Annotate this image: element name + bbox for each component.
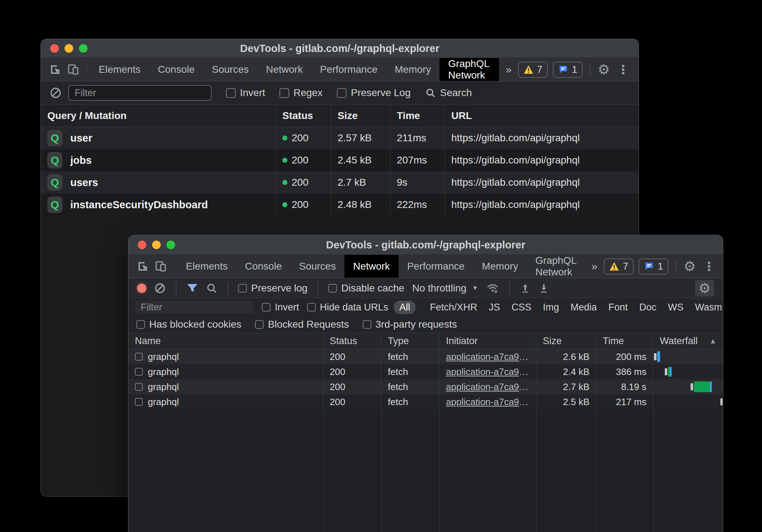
- filter-chip-css[interactable]: CSS: [509, 301, 535, 314]
- filter-chip-media[interactable]: Media: [568, 301, 600, 314]
- tab-memory[interactable]: Memory: [473, 255, 527, 278]
- tab-elements[interactable]: Elements: [177, 255, 236, 278]
- invert-checkbox[interactable]: [226, 88, 236, 98]
- record-button[interactable]: [137, 284, 146, 293]
- request-checkbox[interactable]: [135, 398, 143, 406]
- tab-memory[interactable]: Memory: [386, 58, 439, 81]
- settings-gear-icon[interactable]: ⚙: [598, 63, 610, 76]
- regex-checkbox[interactable]: [279, 88, 289, 98]
- hide-data-urls-checkbox-group[interactable]: Hide data URLs: [307, 302, 389, 313]
- network-settings-button[interactable]: ⚙: [695, 280, 714, 296]
- column-divider[interactable]: [596, 409, 597, 532]
- table-row[interactable]: graphql 200 fetch application-a7ca9d0… 2…: [128, 379, 723, 394]
- initiator-link[interactable]: application-a7ca9d0…: [446, 381, 530, 393]
- initiator-link[interactable]: application-a7ca9d0…: [446, 396, 530, 408]
- inspect-element-icon[interactable]: [136, 260, 149, 273]
- tab-graphql-network[interactable]: GraphQL Network: [527, 255, 585, 278]
- column-header-size[interactable]: Size: [536, 333, 596, 349]
- column-header-waterfall[interactable]: Waterfall ▲: [653, 333, 723, 349]
- device-toolbar-icon[interactable]: [154, 260, 167, 273]
- preserve-log-checkbox[interactable]: [337, 88, 347, 98]
- tab-network[interactable]: Network: [344, 255, 399, 278]
- import-har-icon[interactable]: [520, 282, 531, 294]
- blocked-requests-checkbox-group[interactable]: Blocked Requests: [255, 319, 349, 330]
- initiator-link[interactable]: application-a7ca9d0…: [446, 366, 530, 377]
- filter-chip-js[interactable]: JS: [486, 301, 503, 314]
- column-divider[interactable]: [381, 409, 382, 532]
- warnings-badge[interactable]: 7: [518, 62, 548, 78]
- table-row[interactable]: graphql 200 fetch application-a7ca9d0… 2…: [128, 394, 723, 409]
- network-conditions-icon[interactable]: [486, 282, 499, 294]
- column-divider[interactable]: [536, 409, 537, 532]
- request-checkbox[interactable]: [135, 353, 143, 361]
- hide-data-urls-checkbox[interactable]: [307, 303, 316, 312]
- third-party-requests-checkbox-group[interactable]: 3rd-party requests: [363, 319, 457, 330]
- column-header-name[interactable]: Name: [128, 333, 323, 349]
- column-header-query-mutation[interactable]: Query / Mutation: [41, 105, 276, 127]
- filter-chip-wasm[interactable]: Wasm: [692, 301, 723, 314]
- title-bar[interactable]: DevTools - gitlab.com/-/graphql-explorer: [41, 39, 639, 58]
- invert-checkbox[interactable]: [262, 303, 271, 312]
- request-checkbox[interactable]: [135, 368, 143, 376]
- throttling-dropdown[interactable]: No throttling ▼: [412, 282, 478, 294]
- table-row[interactable]: QinstanceSecurityDashboard 200 2.48 kB 2…: [41, 194, 639, 216]
- waterfall-bar[interactable]: [653, 379, 723, 394]
- waterfall-bar[interactable]: [653, 394, 723, 409]
- filter-chip-ws[interactable]: WS: [665, 301, 687, 314]
- filter-chip-doc[interactable]: Doc: [636, 301, 659, 314]
- filter-chip-img[interactable]: Img: [540, 301, 562, 314]
- filter-input[interactable]: [68, 85, 212, 101]
- issues-badge[interactable]: 1: [553, 62, 583, 78]
- request-checkbox[interactable]: [135, 383, 143, 391]
- column-header-url[interactable]: URL: [445, 105, 639, 127]
- waterfall-bar[interactable]: [653, 349, 723, 364]
- more-tabs-chevron-icon[interactable]: »: [499, 58, 518, 81]
- column-divider[interactable]: [439, 409, 440, 532]
- tab-performance[interactable]: Performance: [399, 255, 473, 278]
- tab-network[interactable]: Network: [257, 58, 311, 81]
- warnings-badge[interactable]: 7: [604, 258, 634, 275]
- tab-elements[interactable]: Elements: [90, 58, 149, 81]
- has-blocked-cookies-checkbox-group[interactable]: Has blocked cookies: [136, 319, 241, 330]
- column-header-status[interactable]: Status: [323, 333, 381, 349]
- initiator-link[interactable]: application-a7ca9d0…: [446, 351, 530, 362]
- device-toolbar-icon[interactable]: [67, 63, 80, 76]
- table-row[interactable]: Qusers 200 2.7 kB 9s https://gitlab.com/…: [41, 171, 639, 194]
- column-header-time[interactable]: Time: [596, 333, 653, 349]
- network-filter-input[interactable]: [136, 301, 254, 314]
- issues-badge[interactable]: 1: [639, 258, 668, 275]
- regex-checkbox-group[interactable]: Regex: [279, 87, 323, 99]
- filter-chip-all[interactable]: All: [394, 301, 415, 314]
- tab-sources[interactable]: Sources: [203, 58, 258, 81]
- third-party-requests-checkbox[interactable]: [363, 320, 371, 329]
- filter-chip-font[interactable]: Font: [606, 301, 631, 314]
- preserve-log-checkbox-group[interactable]: Preserve Log: [337, 87, 411, 99]
- column-divider[interactable]: [653, 409, 654, 532]
- column-header-size[interactable]: Size: [331, 105, 390, 127]
- more-tabs-chevron-icon[interactable]: »: [585, 255, 604, 278]
- table-row[interactable]: graphql 200 fetch application-a7ca9d0… 2…: [128, 349, 723, 364]
- preserve-log-checkbox[interactable]: [238, 284, 247, 293]
- disable-cache-checkbox-group[interactable]: Disable cache: [328, 282, 404, 294]
- column-header-type[interactable]: Type: [381, 333, 439, 349]
- clear-network-log-icon[interactable]: [154, 282, 166, 294]
- column-divider[interactable]: [323, 409, 324, 532]
- waterfall-bar[interactable]: [653, 364, 723, 379]
- tab-console[interactable]: Console: [236, 255, 291, 278]
- search-icon[interactable]: [206, 282, 217, 294]
- column-header-status[interactable]: Status: [276, 105, 331, 127]
- table-row[interactable]: Qjobs 200 2.45 kB 207ms https://gitlab.c…: [41, 149, 639, 171]
- blocked-requests-checkbox[interactable]: [255, 320, 264, 329]
- preserve-log-checkbox-group[interactable]: Preserve log: [238, 282, 307, 294]
- table-row[interactable]: graphql 200 fetch application-a7ca9d0… 2…: [128, 364, 723, 379]
- kebab-menu-icon[interactable]: ⋮: [615, 62, 631, 77]
- has-blocked-cookies-checkbox[interactable]: [136, 320, 145, 329]
- tab-console[interactable]: Console: [149, 58, 203, 81]
- column-header-time[interactable]: Time: [390, 105, 445, 127]
- search-group[interactable]: Search: [425, 87, 472, 99]
- column-header-initiator[interactable]: Initiator: [439, 333, 536, 349]
- disable-cache-checkbox[interactable]: [328, 284, 337, 293]
- tab-performance[interactable]: Performance: [311, 58, 386, 81]
- block-icon[interactable]: [50, 87, 62, 99]
- title-bar[interactable]: DevTools - gitlab.com/-/graphql-explorer: [128, 235, 723, 255]
